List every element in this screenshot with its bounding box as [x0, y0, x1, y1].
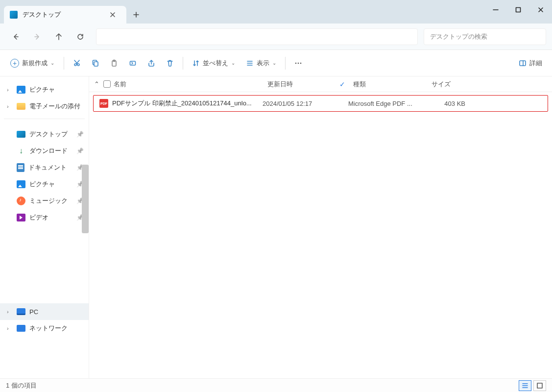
divider: [64, 57, 64, 70]
pic-icon: [17, 180, 25, 188]
sidebar-item-ミュージック[interactable]: ミュージック📌: [0, 193, 89, 209]
scrollbar[interactable]: [82, 165, 89, 233]
copy-icon: [92, 59, 99, 67]
window-controls: [484, 0, 552, 20]
chevron-right-icon: ›: [7, 103, 13, 109]
refresh-button[interactable]: [71, 27, 90, 47]
copy-button[interactable]: [87, 54, 104, 72]
desktop-icon: [10, 11, 18, 19]
scissors-icon: [73, 59, 81, 67]
tab-desktop[interactable]: デスクトップ: [4, 6, 126, 24]
file-date: 2024/01/05 12:17: [259, 100, 344, 107]
item-count: 1 個の項目: [6, 381, 37, 390]
sort-label: 並べ替え: [203, 59, 228, 68]
net-icon: [17, 325, 25, 332]
trash-icon: [166, 59, 174, 67]
column-name[interactable]: 名前: [99, 80, 264, 89]
doc-icon: [17, 163, 24, 172]
minimize-button[interactable]: [484, 0, 507, 20]
sidebar-item-ピクチャ[interactable]: ピクチャ📌: [0, 176, 89, 193]
sidebar-item-label: PC: [29, 308, 38, 316]
new-tab-button[interactable]: [126, 6, 146, 24]
icons-view-button[interactable]: [533, 380, 546, 391]
sidebar-item-電子メールの添付[interactable]: ›電子メールの添付: [0, 98, 89, 115]
chevron-down-icon: ⌄: [231, 60, 235, 66]
file-row[interactable]: PDFPDFサンプル 印刷禁止_20240105121744_unlo...20…: [93, 95, 548, 112]
maximize-icon: [514, 6, 522, 14]
toolbar: + 新規作成 ⌄ 並べ替え ⌄ 表示 ⌄ 詳細: [0, 50, 552, 76]
details-pane-button[interactable]: 詳細: [514, 54, 547, 72]
sidebar-item-label: ピクチャ: [29, 85, 55, 94]
details-view-button[interactable]: [519, 380, 531, 391]
column-size[interactable]: サイズ: [428, 80, 474, 89]
title-bar: デスクトップ: [0, 0, 552, 24]
svg-point-9: [300, 62, 302, 64]
sidebar-item-デスクトップ[interactable]: デスクトップ📌: [0, 126, 89, 143]
music-icon: [17, 196, 25, 205]
sidebar-item-ビデオ[interactable]: ビデオ📌: [0, 209, 89, 226]
column-name-label: 名前: [114, 80, 126, 89]
forward-button[interactable]: [27, 27, 47, 47]
close-button[interactable]: [529, 0, 552, 20]
new-button[interactable]: + 新規作成 ⌄: [5, 54, 60, 72]
pc-icon: [17, 308, 25, 315]
body: ›ピクチャ›電子メールの添付 デスクトップ📌↓ダウンロード📌ドキュメント📌ピクチ…: [0, 76, 552, 378]
back-button[interactable]: [6, 27, 25, 47]
svg-rect-11: [537, 383, 542, 388]
search-box[interactable]: デスクトップの検索: [424, 28, 546, 45]
status-bar: 1 個の項目: [0, 378, 552, 392]
column-type[interactable]: 種類: [349, 80, 428, 89]
maximize-button[interactable]: [507, 0, 529, 20]
rename-button[interactable]: [124, 54, 142, 72]
clipboard-icon: [110, 59, 118, 67]
sidebar-item-ドキュメント[interactable]: ドキュメント📌: [0, 159, 89, 176]
delete-button[interactable]: [161, 54, 179, 72]
tab-strip: デスクトップ: [0, 0, 484, 24]
sidebar-item-label: ドキュメント: [28, 163, 67, 172]
view-button[interactable]: 表示 ⌄: [241, 54, 281, 72]
cut-button[interactable]: [68, 54, 86, 72]
view-icon: [246, 59, 254, 67]
file-name: PDFサンプル 印刷禁止_20240105121744_unlo...: [112, 99, 252, 108]
desk-icon: [17, 131, 25, 138]
chevron-right-icon: ›: [7, 325, 13, 331]
sidebar-item-label: 電子メールの添付: [29, 102, 80, 111]
pic-icon: [17, 86, 25, 94]
new-label: 新規作成: [22, 59, 48, 68]
pin-icon: 📌: [76, 147, 84, 154]
paste-button[interactable]: [105, 54, 123, 72]
svg-rect-3: [94, 62, 98, 66]
up-button[interactable]: [49, 27, 69, 47]
minimize-icon: [492, 6, 500, 14]
chevron-down-icon: ⌄: [50, 60, 54, 66]
sort-button[interactable]: 並べ替え ⌄: [187, 54, 240, 72]
search-placeholder: デスクトップの検索: [430, 32, 487, 41]
svg-point-8: [298, 62, 299, 64]
folder-icon: [17, 103, 25, 110]
separator: [4, 119, 85, 119]
tab-close-button[interactable]: [106, 11, 120, 19]
share-button[interactable]: [143, 54, 160, 72]
column-size-label: サイズ: [432, 80, 451, 89]
dl-icon: ↓: [17, 147, 25, 155]
more-button[interactable]: [289, 54, 307, 72]
sidebar-item-ダウンロード[interactable]: ↓ダウンロード📌: [0, 143, 89, 159]
sidebar-item-label: デスクトップ: [29, 130, 68, 139]
select-all-checkbox[interactable]: [103, 80, 111, 88]
sidebar-item-ネットワーク[interactable]: ›ネットワーク: [0, 320, 89, 337]
sidebar-item-label: ビデオ: [29, 213, 48, 222]
arrow-right-icon: [33, 33, 41, 41]
details-label: 詳細: [529, 59, 542, 68]
sidebar-item-ピクチャ[interactable]: ›ピクチャ: [0, 81, 89, 98]
file-name-cell: PDFPDFサンプル 印刷禁止_20240105121744_unlo...: [96, 99, 259, 108]
address-bar[interactable]: [96, 28, 418, 45]
sidebar-item-PC[interactable]: ›PC: [0, 303, 89, 320]
file-size: 403 KB: [423, 100, 469, 107]
rename-icon: [129, 59, 137, 67]
details-pane-icon: [519, 59, 527, 67]
plus-circle-icon: +: [10, 59, 19, 68]
file-type: Microsoft Edge PDF ...: [344, 100, 423, 107]
chevron-right-icon: ›: [7, 87, 13, 93]
column-date[interactable]: 更新日時 ✓: [264, 80, 349, 89]
sort-icon: [192, 59, 200, 67]
